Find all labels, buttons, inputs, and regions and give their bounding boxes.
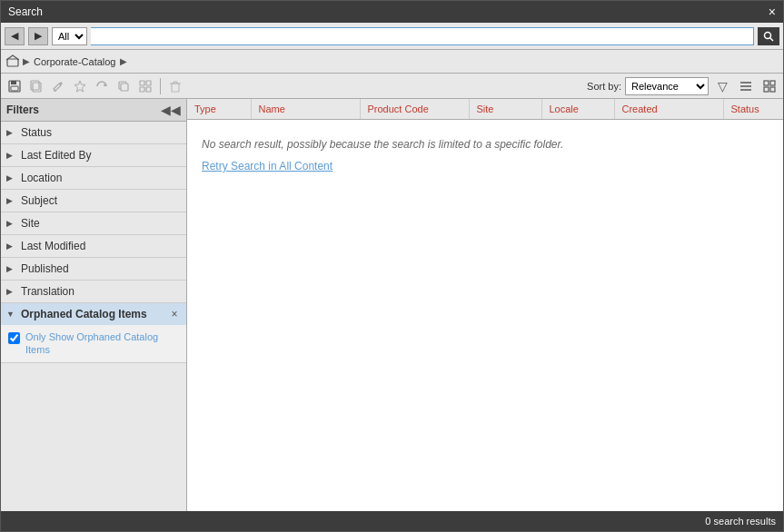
svg-rect-24 <box>764 81 769 85</box>
filter-orphaned-label: Orphaned Catalog Items <box>21 308 168 320</box>
filter-site-arrow: ▶ <box>6 219 15 228</box>
search-results-count: 0 search results <box>705 516 776 527</box>
no-results-section: No search result, possibly because the s… <box>187 120 783 191</box>
filter-location-arrow: ▶ <box>6 173 15 182</box>
svg-rect-16 <box>172 84 179 92</box>
column-header-locale[interactable]: Locale <box>541 99 614 120</box>
svg-rect-4 <box>11 81 16 84</box>
filter-status-arrow: ▶ <box>6 128 15 137</box>
filter-location-label: Location <box>21 172 181 184</box>
search-icon <box>763 31 774 42</box>
filter-translation-label: Translation <box>21 285 181 298</box>
search-input[interactable] <box>91 27 754 45</box>
back-button[interactable]: ◀ <box>5 27 25 45</box>
clone-button[interactable] <box>114 76 134 96</box>
filter-orphaned-close-button[interactable]: × <box>168 308 181 320</box>
column-header-site[interactable]: Site <box>469 99 541 120</box>
orphaned-checkbox-label[interactable]: Only Show Orphaned Catalog Items <box>25 330 179 357</box>
filter-last-modified-label: Last Modified <box>21 240 181 252</box>
breadcrumb-home-icon <box>6 54 19 69</box>
delete-icon <box>169 80 182 93</box>
filter-item-subject: ▶ Subject <box>1 190 186 212</box>
filter-item-last-modified: ▶ Last Modified <box>1 235 186 258</box>
retry-search-link[interactable]: Retry Search in All Content <box>202 160 332 172</box>
toolbar-separator <box>160 78 161 94</box>
more-icon <box>139 80 152 93</box>
svg-rect-5 <box>11 86 18 91</box>
svg-rect-26 <box>764 87 769 92</box>
grid-view-button[interactable] <box>759 76 779 96</box>
sort-select[interactable]: Relevance Name Created Last Modified <box>625 77 709 95</box>
list-view-button[interactable] <box>736 76 756 96</box>
filter-last-edited-by-header[interactable]: ▶ Last Edited By <box>1 144 186 166</box>
filter-last-edited-by-arrow: ▶ <box>6 151 15 160</box>
column-header-product-code[interactable]: Product Code <box>360 99 469 120</box>
star-icon <box>74 80 86 93</box>
filters-panel: Filters ◀◀ ▶ Status ▶ Last Edited By ▶ <box>1 99 187 511</box>
filter-orphaned-arrow: ▼ <box>6 310 15 319</box>
search-window: Search × ◀ ▶ All ▶ Corporate-Catal <box>0 0 784 532</box>
breadcrumb-item-1[interactable]: Corporate-Catalog <box>34 56 116 67</box>
column-header-type[interactable]: Type <box>187 99 251 120</box>
title-bar: Search × <box>1 1 783 23</box>
svg-line-1 <box>770 37 774 41</box>
filter-published-header[interactable]: ▶ Published <box>1 258 186 280</box>
filter-dropdown-button[interactable]: ▽ <box>712 76 732 96</box>
filter-item-published: ▶ Published <box>1 258 186 281</box>
filter-site-header[interactable]: ▶ Site <box>1 212 186 234</box>
svg-rect-25 <box>770 81 775 85</box>
filter-item-site: ▶ Site <box>1 212 186 235</box>
filter-item-status: ▶ Status <box>1 122 186 144</box>
svg-rect-2 <box>7 59 18 66</box>
filter-item-translation: ▶ Translation <box>1 281 186 303</box>
results-header-row: Type Name Product Code Site Locale Creat… <box>187 99 783 120</box>
orphaned-checkbox[interactable] <box>8 332 20 344</box>
filter-site-label: Site <box>21 217 181 230</box>
svg-rect-27 <box>770 87 775 92</box>
filter-last-modified-header[interactable]: ▶ Last Modified <box>1 235 186 257</box>
save-button[interactable] <box>5 76 25 96</box>
results-container: Type Name Product Code Site Locale Creat… <box>187 99 783 511</box>
delete-button[interactable] <box>165 76 185 96</box>
save-icon <box>8 80 21 93</box>
search-scope-select[interactable]: All <box>52 27 87 45</box>
column-header-name[interactable]: Name <box>251 99 360 120</box>
edit-button[interactable] <box>48 76 68 96</box>
column-header-status[interactable]: Status <box>723 99 783 120</box>
more-button[interactable] <box>135 76 155 96</box>
svg-point-0 <box>765 32 771 38</box>
edit-icon <box>52 80 65 93</box>
refresh-button[interactable] <box>92 76 112 96</box>
filters-collapse-button[interactable]: ◀◀ <box>161 103 181 117</box>
results-table: Type Name Product Code Site Locale Creat… <box>187 99 783 120</box>
filter-last-edited-by-label: Last Edited By <box>21 149 181 162</box>
filter-status-label: Status <box>21 126 181 139</box>
svg-rect-15 <box>146 87 151 92</box>
star-button[interactable] <box>70 76 90 96</box>
filter-status-header[interactable]: ▶ Status <box>1 122 186 143</box>
search-button[interactable] <box>758 27 779 45</box>
window-close-button[interactable]: × <box>769 5 776 18</box>
breadcrumb-arrow-2: ▶ <box>120 56 127 66</box>
filter-location-header[interactable]: ▶ Location <box>1 167 186 189</box>
forward-button[interactable]: ▶ <box>28 27 48 45</box>
filter-orphaned-header[interactable]: ▼ Orphaned Catalog Items × <box>1 303 186 325</box>
filter-item-location: ▶ Location <box>1 167 186 190</box>
main-content: Filters ◀◀ ▶ Status ▶ Last Edited By ▶ <box>1 99 783 511</box>
copy-button[interactable] <box>26 76 46 96</box>
search-scope-dropdown[interactable]: All <box>52 27 87 45</box>
filter-published-label: Published <box>21 262 181 275</box>
filter-translation-header[interactable]: ▶ Translation <box>1 281 186 302</box>
filter-item-last-edited-by: ▶ Last Edited By <box>1 144 186 167</box>
clone-icon <box>117 80 130 93</box>
filter-item-orphaned-catalog-items: ▼ Orphaned Catalog Items × Only Show Orp… <box>1 303 186 363</box>
filter-published-arrow: ▶ <box>6 264 15 273</box>
column-header-created[interactable]: Created <box>614 99 723 120</box>
filter-subject-header[interactable]: ▶ Subject <box>1 190 186 212</box>
grid-view-icon <box>763 80 776 93</box>
svg-rect-13 <box>146 81 151 85</box>
filters-title: Filters <box>6 103 39 116</box>
svg-rect-11 <box>121 84 128 91</box>
breadcrumb-bar: ▶ Corporate-Catalog ▶ <box>1 50 783 74</box>
filter-last-modified-arrow: ▶ <box>6 241 15 251</box>
